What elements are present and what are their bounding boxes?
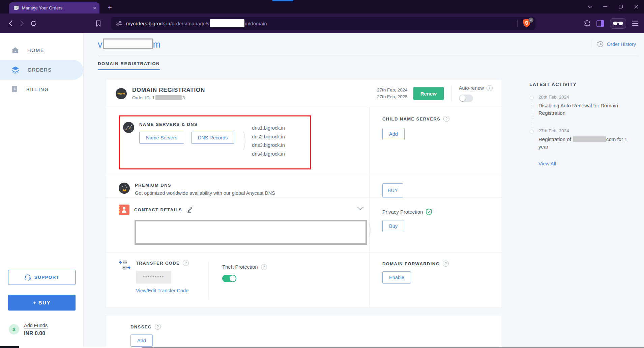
header-vertical-divider xyxy=(451,86,451,101)
browser-tab-strip: Manage Your Orders × + xyxy=(0,0,644,14)
back-icon[interactable] xyxy=(5,18,16,29)
sidebar-item-label: BILLING xyxy=(26,87,49,92)
top-progress-strip xyxy=(272,0,293,1)
activity-text: Disabling Auto Renewal for Domain Regist… xyxy=(538,102,630,117)
layers-icon xyxy=(11,66,19,74)
history-clock-icon xyxy=(597,41,604,48)
order-id-suffix: 3 xyxy=(182,95,185,100)
dnssec-help-icon[interactable]: ? xyxy=(155,324,161,330)
menu-icon[interactable] xyxy=(632,21,639,26)
restore-icon[interactable] xyxy=(613,0,628,14)
order-id: Order ID: 13 xyxy=(132,95,205,100)
window-controls xyxy=(582,0,644,14)
taskbar-sliver xyxy=(0,346,19,348)
tab-search-chevron-icon[interactable] xyxy=(582,0,597,14)
address-bar[interactable]: myorders.bigrock.in/orders/manage/vm/dom… xyxy=(111,17,535,30)
collapse-chevron-icon[interactable] xyxy=(357,207,364,210)
site-settings-icon[interactable] xyxy=(116,21,122,26)
url-host: myorders.bigrock.in xyxy=(126,21,170,26)
edit-pencil-icon[interactable] xyxy=(187,207,193,213)
sidebar-item-home[interactable]: HOME xyxy=(0,41,83,60)
buy-button[interactable]: + BUY xyxy=(8,295,76,311)
sidebar-item-billing[interactable]: $ BILLING xyxy=(0,80,83,99)
sidebar-item-label: ORDERS xyxy=(28,67,52,73)
activity-text-before: Registration of xyxy=(538,136,571,142)
tab-close-icon[interactable]: × xyxy=(93,5,96,10)
home-icon xyxy=(11,47,19,54)
view-all-link[interactable]: View All xyxy=(538,161,630,166)
close-window-icon[interactable] xyxy=(628,0,644,14)
url-path-after: m/domain xyxy=(245,21,267,26)
dns-server: dns4.bigrock.in xyxy=(252,150,285,159)
sidebar-panel-icon[interactable] xyxy=(596,20,604,27)
dnssec-add-button[interactable]: Add xyxy=(130,334,153,347)
tab-domain-registration[interactable]: DOMAIN REGISTRATION xyxy=(98,61,160,70)
domain-prefix: v xyxy=(98,39,103,50)
connector-chevron xyxy=(369,222,372,238)
page-title-domain: vm xyxy=(98,38,160,50)
activity-date: 28th Feb, 2024 xyxy=(538,95,630,100)
vpn-button[interactable] xyxy=(610,18,626,29)
headset-icon xyxy=(24,274,31,281)
browser-toolbar: myorders.bigrock.in/orders/manage/vm/dom… xyxy=(0,14,644,33)
wallet-balance: INR 0.00 xyxy=(24,330,48,337)
renew-button[interactable]: Renew xyxy=(413,87,444,100)
activity-date: 27th Feb, 2024 xyxy=(538,128,630,133)
latest-activity-title: LATEST ACTIVITY xyxy=(529,82,637,87)
dns-server: dns2.bigrock.in xyxy=(252,133,285,141)
name-servers-title: NAME SERVERS & DNS xyxy=(139,122,234,127)
transfer-code-row: TRANSFER CODE ? ********* View/Edit Tran… xyxy=(106,252,501,307)
order-card-title: DOMAIN REGISTRATION xyxy=(132,87,205,93)
name-servers-button[interactable]: Name Servers xyxy=(139,132,184,144)
name-servers-highlight-box: NAME SERVERS & DNS Name Servers DNS Reco… xyxy=(119,115,311,169)
domain-forwarding-help-icon[interactable]: ? xyxy=(443,261,449,267)
shield-badge-count: 4 xyxy=(528,18,533,23)
new-tab-button[interactable]: + xyxy=(105,3,115,12)
name-servers-row: NAME SERVERS & DNS Name Servers DNS Reco… xyxy=(106,107,501,175)
support-label: SUPPORT xyxy=(34,275,59,280)
main-content: vm Order History DOMAIN REGISTRATION www xyxy=(84,33,644,347)
order-history-label: Order History xyxy=(607,42,636,47)
premium-dns-row: PREMIUM DNS Get optimized worldwide avai… xyxy=(106,175,501,198)
auto-renew-label: Auto-renew xyxy=(459,85,484,91)
dns-records-button[interactable]: DNS Records xyxy=(191,132,235,144)
order-history-link[interactable]: Order History xyxy=(597,41,636,48)
bookmark-icon[interactable] xyxy=(92,18,104,29)
privacy-buy-button[interactable]: Buy xyxy=(382,220,404,232)
premium-dns-buy-button[interactable]: BUY xyxy=(382,183,403,197)
title-rule xyxy=(98,55,637,55)
timeline-line xyxy=(532,101,532,128)
dns-server: dns3.bigrock.in xyxy=(252,141,285,150)
child-name-servers-title: CHILD NAME SERVERS xyxy=(382,116,440,122)
registration-date: 27th Feb, 2024 xyxy=(377,87,408,93)
network-icon xyxy=(123,122,134,133)
child-name-servers-help-icon[interactable]: ? xyxy=(443,116,449,122)
order-card: www DOMAIN REGISTRATION Order ID: 13 27t… xyxy=(106,80,501,307)
domain-forwarding-title: DOMAIN FORWARDING xyxy=(382,261,440,266)
activity-text: Registration of com for 1 year xyxy=(538,136,630,151)
header-divider xyxy=(591,40,591,48)
forward-icon[interactable] xyxy=(16,18,28,29)
child-name-servers-add-button[interactable]: Add xyxy=(382,128,405,140)
urlbar-divider xyxy=(518,20,518,27)
browser-tab[interactable]: Manage Your Orders × xyxy=(9,2,99,14)
activity-item: 27th Feb, 2024 Registration of com for 1… xyxy=(529,128,637,166)
theft-protection-help-icon[interactable]: ? xyxy=(261,264,267,270)
brave-shield-icon[interactable]: 4 xyxy=(523,19,531,28)
contact-details-row: CONTACT DETAILS Privacy Protection xyxy=(106,198,501,252)
reload-icon[interactable] xyxy=(28,18,39,29)
view-edit-transfer-code-link[interactable]: View/Edit Transfer Code xyxy=(136,288,189,293)
transfer-code-help-icon[interactable]: ? xyxy=(183,260,189,266)
transfer-arrows-icon xyxy=(119,260,131,270)
contact-book-icon xyxy=(119,205,129,215)
domain-forwarding-enable-button[interactable]: Enable xyxy=(382,271,411,284)
minimize-icon[interactable] xyxy=(597,0,613,14)
sidebar-item-orders[interactable]: ORDERS xyxy=(0,60,83,80)
support-button[interactable]: SUPPORT xyxy=(8,270,76,285)
auto-renew-info-icon[interactable]: i xyxy=(487,85,493,91)
theft-protection-toggle[interactable] xyxy=(222,275,236,282)
add-funds-link[interactable]: Add Funds xyxy=(24,323,48,328)
auto-renew-toggle[interactable] xyxy=(459,95,473,102)
billing-icon: $ xyxy=(11,86,18,93)
extensions-icon[interactable] xyxy=(583,20,591,27)
